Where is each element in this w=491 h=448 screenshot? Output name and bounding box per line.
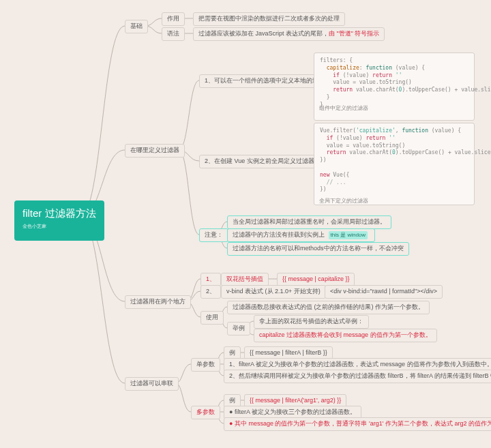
where-opt2-text: 在创建 Vue 实例之前全局定义过滤器： <box>214 158 321 164</box>
usage-example-top: 拿上面的双花括号插值的表达式举例： <box>254 315 369 329</box>
where-opt2-num: 2、 <box>205 158 214 164</box>
basic-node: 基础 <box>125 20 148 33</box>
chain-single-l2: 2、然后继续调用同样被定义为接收单个参数的过滤器函数 filterB，将 fil… <box>224 370 491 383</box>
chain-multi-b2: ● 其中 message 的值作为第一个参数，普通字符串 'arg1' 作为第二… <box>224 417 491 431</box>
usage-row1-num: 1、 <box>200 273 221 286</box>
where-notice2: 过滤器中的方法没有挂载到实例上 this 是 window <box>227 228 375 242</box>
chain-node: 过滤器可以串联 <box>125 377 179 391</box>
root-title: filter 过滤器方法 <box>23 207 96 220</box>
usage-row2-code: <div v-bind:id="rawId | formatId"></div> <box>325 285 443 299</box>
where-code1-caption: 组件中定义的过滤器 <box>319 104 368 112</box>
basic-syntax-pre: 过滤器应该被添加在 JavaScript 表达式的尾部， <box>198 30 329 37</box>
chain-b2-text: 其中 message 的值作为第一个参数，普通字符串 'arg1' 作为第二个参… <box>235 420 491 427</box>
basic-purpose-label: 作用 <box>162 12 185 26</box>
where-notice1: 当全局过滤器和局部过滤器重名时，会采用局部过滤器。 <box>227 215 391 229</box>
chain-l1-text: filterA 被定义为接收单个参数的过滤器函数，表达式 message 的值将… <box>239 361 491 368</box>
chain-l2-text: 然后继续调用同样被定义为接收单个参数的过滤器函数 filterB，将 filte… <box>239 372 491 379</box>
where-code2: Vue.filter('capitalize', function (value… <box>314 123 475 205</box>
root-subtitle: 金色小芝麻 <box>23 223 96 230</box>
chain-l1-num: 1、 <box>229 361 239 368</box>
where-notice2-pre: 过滤器中的方法没有挂载到实例上 <box>233 231 325 238</box>
chain-multi-label: 多参数 <box>191 406 220 419</box>
usage-row1-code: {{ message | capitalize }} <box>277 273 355 286</box>
where-opt1-num: 1、 <box>205 77 214 84</box>
usage-row2-text: v-bind 表达式 (从 2.1.0+ 开始支持) <box>221 285 326 299</box>
usage-node: 过滤器用在两个地方 <box>125 295 191 309</box>
where-notice2-tag: this 是 window <box>329 231 368 239</box>
basic-syntax-red: 由 "管道" 符号指示 <box>329 30 379 37</box>
usage-example-label: 举例 <box>227 322 250 335</box>
chain-single-label: 单参数 <box>191 358 220 372</box>
where-code2-caption: 全局下定义的过滤器 <box>319 197 368 205</box>
usage-row2-num: 2、 <box>200 285 221 299</box>
where-opt2: 2、在创建 Vue 实例之前全局定义过滤器： <box>199 155 326 168</box>
usage-use-label: 使用 <box>200 311 224 325</box>
where-notice-label: 注意： <box>199 228 228 242</box>
where-node: 在哪里定义过滤器 <box>125 144 185 158</box>
root-node: filter 过滤器方法 金色小芝麻 <box>14 200 104 241</box>
chain-l2-num: 2、 <box>229 372 239 379</box>
basic-syntax-text: 过滤器应该被添加在 JavaScript 表达式的尾部，由 "管道" 符号指示 <box>193 27 385 41</box>
basic-syntax-label: 语法 <box>162 27 185 41</box>
where-notice3: 过滤器方法的名称可以和methods中的方法名称一样，不会冲突 <box>227 242 409 256</box>
usage-example-red: capitalize 过滤器函数将会收到 message 的值作为第一个参数。 <box>254 329 437 342</box>
usage-use-line: 过滤器函数总接收表达式的值 (之前的操作链的结果) 作为第一个参数。 <box>227 301 430 314</box>
basic-purpose-text: 把需要在视图中渲染的数据进行二次或者多次的处理 <box>193 12 345 26</box>
chain-b1-text: filterA 被定义为接收三个参数的过滤器函数。 <box>235 408 356 415</box>
usage-row1-text: 双花括号插值 <box>221 273 269 286</box>
